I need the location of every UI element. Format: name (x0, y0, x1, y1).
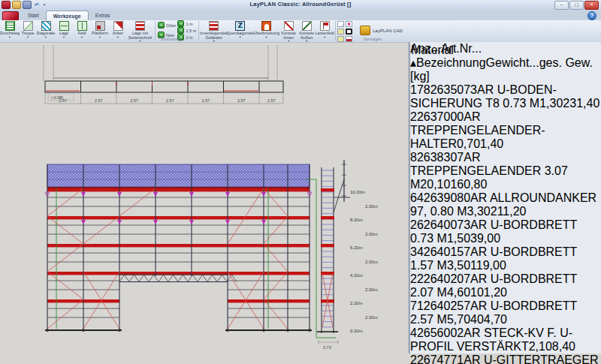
ueberbrueckung-icon (261, 21, 271, 31)
table-row[interactable]: 82638307AR TREPPENGELAENDER 3.07 M20,101… (410, 151, 601, 191)
group-separator (335, 21, 336, 40)
page-icon[interactable] (337, 21, 344, 27)
plus-icon: + (158, 22, 165, 29)
cell: 211,20 (491, 205, 527, 218)
svg-text:2.00m: 2.00m (365, 260, 378, 264)
cell: 2640207 (424, 272, 470, 285)
cell: 2640257 (424, 299, 470, 312)
cell: 3,50 (447, 259, 470, 272)
title-bar: ↶ ▾ LayPLAN Classic: AllroundGerüst [] –… (0, 0, 601, 11)
svg-text:2.57: 2.57 (166, 98, 174, 103)
right-panel: Material Anz...Art.Nr... ▴BezeichnungGew… (409, 42, 601, 353)
plattform-icon (95, 21, 105, 31)
svg-text:2.57: 2.57 (237, 98, 246, 103)
maximize-button[interactable]: ▢ (569, 1, 584, 10)
cell: 101,20 (470, 286, 507, 299)
konsole-aussen-icon (302, 21, 312, 31)
cell: 64 (410, 191, 424, 204)
toggle-1-m[interactable]: +1 m (177, 20, 196, 27)
ribbon-button-querdiagonale[interactable]: ZQuerdiagonale▾ (227, 20, 253, 39)
drawing-area[interactable]: 2.572.572.572.572.572.571.57(-0.98)0.731… (0, 42, 408, 353)
cell: 3,30 (467, 205, 491, 218)
svg-text:4.20m: 4.20m (350, 273, 363, 278)
chevron-down-icon: ▾ (9, 36, 11, 39)
chevron-down-icon: ▾ (324, 36, 325, 39)
ribbon-button-feld[interactable]: Feld▾ (73, 20, 91, 39)
table-row[interactable]: 342640157AR U-BORDBRETT 1.57 M3,50119,00 (410, 245, 601, 272)
ribbon-button-ueberbrueckung[interactable]: Überbrückung▾ (253, 20, 279, 39)
ribbon-button-anker[interactable]: Anker▾ (109, 20, 127, 39)
star-icon[interactable] (346, 21, 352, 27)
ribbon-tab-row: StartWerkzeugeExtras ? (0, 11, 601, 20)
ribbon-button-konsole-aussen[interactable]: Konsole Außen▾ (297, 20, 316, 43)
cell: 2656002 (417, 326, 464, 339)
ribbon-button-lastenfeld[interactable]: Lastenfeld▾ (316, 20, 334, 39)
svg-text:6.20m: 6.20m (350, 245, 363, 250)
cell: 8 (410, 151, 417, 164)
svg-text:2.57: 2.57 (95, 98, 103, 103)
yellow-swatch-icon[interactable] (337, 36, 344, 42)
cell: 231,40 (563, 97, 599, 110)
layplan-cad-button[interactable]: LayPLAN CAD (358, 25, 405, 36)
cell: 1,30 (539, 97, 563, 110)
table-row[interactable]: 22637000AR TREPPENGELAENDER-HALTER0,701,… (410, 110, 601, 151)
ribbon-button-innen-gelaender[interactable]: Innenliegendes Geländer▾ (201, 20, 227, 43)
svg-text:1.57: 1.57 (267, 98, 276, 103)
chevron-down-icon: ▾ (99, 36, 101, 39)
help-icon[interactable]: ? (587, 11, 596, 20)
yellow-swatch-icon[interactable] (337, 29, 344, 35)
ribbon-button-plattform[interactable]: Plattform▾ (91, 20, 109, 39)
material-panel-title: Material (411, 44, 600, 53)
table-row[interactable]: 1782635073AR U-BODEN-SICHERUNG T8 0.73 M… (410, 83, 601, 110)
svg-text:2.20m: 2.20m (350, 301, 363, 305)
chevron-down-icon: ▾ (117, 36, 119, 39)
toggle-label: Gitter (166, 23, 176, 28)
column-header-3[interactable]: Gewicht... (486, 56, 539, 69)
ribbon-button-lage-seitenschutz[interactable]: Lage mit Seitenschutz▾ (127, 20, 153, 43)
ribbon-group-label-sonstiges: Sonstiges (347, 37, 398, 41)
table-row[interactable]: 262640073AR U-BORDBRETT 0.73 M1,5039,00 (410, 218, 601, 245)
anker-icon (113, 21, 123, 31)
cell: 2639080 (424, 191, 470, 204)
window-controls: – ▢ ✕ (554, 1, 599, 10)
tab-werkzeuge[interactable]: Werkzeuge (46, 11, 89, 20)
chevron-down-icon: ▾ (63, 36, 65, 39)
ribbon-button-treppe[interactable]: Treppe▾ (19, 20, 37, 39)
chevron-down-icon: ▾ (27, 36, 29, 39)
svg-text:2.00m: 2.00m (365, 232, 378, 236)
svg-text:0.20m: 0.20m (350, 329, 363, 333)
main-area: 2.572.572.572.572.572.571.57(-0.98)0.731… (0, 42, 601, 353)
material-table: 1782635073AR U-BODEN-SICHERUNG T8 0.73 M… (410, 83, 601, 364)
cell: 2,10 (529, 340, 552, 353)
table-row[interactable]: 712640257AR U-BORDBRETT 2.57 M5,70404,70 (410, 299, 601, 326)
elevation-view (45, 164, 312, 332)
table-row[interactable]: 642639080AR ALLROUNDANKER 97, 0.80 M3,30… (410, 191, 601, 218)
cad-label: LayPLAN CAD (373, 29, 403, 33)
svg-text:10.20m: 10.20m (350, 190, 365, 194)
cell: 2637000 (417, 110, 464, 123)
chevron-down-icon: ▾ (45, 36, 47, 39)
konsole-innen-icon (284, 21, 294, 31)
ribbon-button-diagonale[interactable]: Diagonale▾ (37, 20, 55, 39)
cell: 4,60 (447, 286, 470, 299)
ribbon-button-durchstieg[interactable]: Durchstieg▾ (1, 20, 19, 39)
table-row[interactable]: 222640207AR U-BORDBRETT 2.07 M4,60101,20 (410, 272, 601, 299)
ring-icon[interactable] (346, 29, 352, 35)
close-button[interactable]: ✕ (584, 1, 599, 10)
querdiagonale-icon: Z (235, 21, 245, 31)
tab-start[interactable]: Start (21, 11, 46, 20)
column-header-2[interactable]: Bezeichnung (416, 56, 486, 69)
toggle-1-5-m[interactable]: +1,5 m (177, 27, 196, 34)
treppe-icon (23, 21, 33, 31)
ribbon-button-konsole-innen[interactable]: Konsole Innen▾ (279, 20, 297, 43)
cell: 8,40 (552, 340, 575, 353)
ribbon-button-lage[interactable]: Lage▾ (55, 20, 73, 39)
table-row[interactable]: 42656002AR STECK-KV F. U-PROFIL VERSTÄRK… (410, 326, 601, 353)
toggle-gitter[interactable]: +Gitter (158, 22, 176, 29)
tab-extras[interactable]: Extras (89, 11, 117, 20)
toggle-label: 1 m (186, 22, 192, 26)
table-row[interactable]: 22674771AR U-GITTERTRAEGER LW 7.71 X 0.5… (410, 353, 601, 364)
minimize-button[interactable]: – (554, 1, 569, 10)
cell: 2638307 (417, 151, 464, 164)
cell: 1,50 (447, 232, 470, 245)
